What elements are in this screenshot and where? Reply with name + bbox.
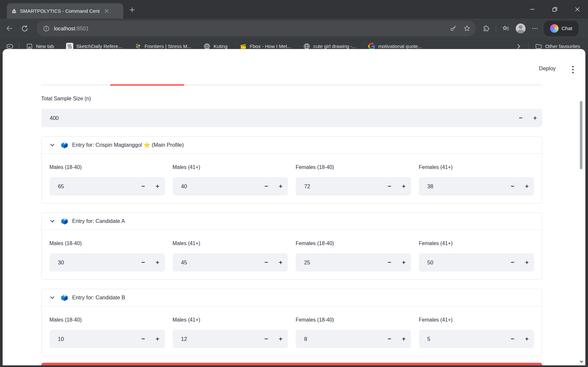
number-value[interactable]: 38 [419, 183, 506, 190]
increment-button[interactable]: + [150, 253, 165, 272]
ballot-box-icon: 🗳️ [61, 294, 68, 301]
increment-button[interactable]: + [273, 330, 288, 348]
copilot-chat-button[interactable]: Chat [544, 21, 579, 36]
increment-button[interactable]: + [273, 253, 288, 272]
number-value[interactable]: 72 [296, 183, 382, 190]
page-scrollbar-thumb[interactable] [580, 101, 582, 169]
expander-header[interactable]: 🗳️ Entry for: Crispin Magtanggol ⭐ (Main… [42, 137, 542, 154]
increment-button[interactable]: + [150, 330, 165, 348]
decrement-button[interactable]: − [259, 330, 273, 348]
bookmark-motivational-quote[interactable]: motivational quote... [368, 43, 422, 50]
number-value[interactable]: 10 [49, 336, 136, 342]
sample-size-value[interactable]: 400 [41, 115, 513, 121]
increment-button[interactable]: + [397, 253, 411, 272]
expander-header[interactable]: 🗳️ Entry for: Candidate B [42, 289, 542, 306]
number-value[interactable]: 12 [173, 336, 259, 342]
refresh-button[interactable] [19, 23, 30, 34]
field-males-18-40: Males (18-40) 65 − + [49, 164, 165, 195]
increment-button[interactable]: + [520, 177, 534, 195]
bookmark-label: cute girl drawing -... [313, 43, 356, 49]
number-input[interactable]: 38 − + [419, 177, 534, 195]
field-males-41plus: Males (41+) 45 − + [173, 241, 288, 272]
field-males-41plus: Males (41+) 12 − + [173, 317, 288, 348]
number-input[interactable]: 25 − + [296, 253, 411, 272]
browser-tab[interactable]: SMARTPOLYTICS - Command Cent [7, 3, 123, 19]
increment-button[interactable]: + [520, 330, 534, 348]
field-females-18-40: Females (18-40) 72 − + [296, 164, 411, 195]
active-tab-indicator[interactable] [110, 84, 184, 86]
number-value[interactable]: 65 [49, 183, 136, 190]
field-label: Females (18-40) [296, 241, 411, 248]
extensions-icon[interactable] [482, 25, 490, 32]
number-input[interactable]: 65 − + [49, 177, 165, 195]
decrement-button[interactable]: − [136, 330, 150, 348]
deploy-button[interactable]: Deploy [539, 65, 556, 72]
number-input[interactable]: 30 − + [49, 253, 165, 272]
decrement-button[interactable]: − [136, 177, 150, 195]
decrement-button[interactable]: − [505, 253, 520, 272]
decrement-button[interactable]: − [259, 253, 273, 272]
bookmark-label: SketchDaily Refere... [76, 43, 122, 49]
increment-button[interactable]: + [528, 109, 542, 127]
expander-candidate-b: 🗳️ Entry for: Candidate B Males (18-40) … [41, 289, 542, 356]
password-key-icon[interactable] [450, 25, 457, 32]
number-input[interactable]: 40 − + [173, 177, 288, 195]
field-males-41plus: Males (41+) 40 − + [173, 164, 288, 195]
field-label: Females (41+) [419, 241, 534, 248]
back-button[interactable] [4, 23, 15, 34]
url-port: :8501 [75, 25, 89, 31]
number-value[interactable]: 40 [173, 183, 259, 190]
profile-avatar[interactable] [516, 24, 526, 33]
number-input[interactable]: 10 − + [49, 330, 165, 348]
browser-menu-icon[interactable] [531, 25, 539, 32]
number-input[interactable]: 45 − + [173, 253, 288, 272]
decrement-button[interactable]: − [136, 253, 150, 272]
increment-button[interactable]: + [150, 177, 165, 195]
expander-header[interactable]: 🗳️ Entry for: Candidate A [42, 213, 542, 230]
number-value[interactable]: 50 [419, 259, 506, 266]
url-text[interactable]: localhost:8501 [54, 25, 450, 32]
number-input[interactable]: 5 − + [419, 330, 534, 348]
copilot-icon [550, 24, 559, 33]
sample-size-input[interactable]: 400 − + [41, 109, 542, 127]
bookmark-label: Kuting [214, 43, 228, 49]
minimize-button[interactable] [525, 2, 540, 17]
field-label: Males (41+) [173, 164, 288, 172]
collections-icon[interactable] [502, 25, 510, 32]
close-window-button[interactable] [570, 2, 585, 17]
decrement-button[interactable]: − [382, 177, 397, 195]
bookmark-label: New tab [36, 43, 54, 49]
increment-button[interactable]: + [273, 177, 288, 195]
scrollbar-down-arrow-icon[interactable] [579, 361, 583, 363]
restore-button[interactable] [547, 2, 562, 17]
address-bar[interactable]: localhost:8501 [37, 21, 476, 36]
increment-button[interactable]: + [520, 253, 534, 272]
number-input[interactable]: 50 − + [419, 253, 534, 272]
number-value[interactable]: 25 [296, 259, 382, 266]
tab-title: SMARTPOLYTICS - Command Cent [20, 8, 102, 14]
new-tab-button[interactable] [127, 5, 137, 15]
field-label: Males (41+) [173, 241, 288, 248]
number-value[interactable]: 45 [173, 259, 259, 266]
decrement-button[interactable]: − [382, 330, 397, 348]
number-value[interactable]: 8 [296, 336, 382, 342]
increment-button[interactable]: + [397, 330, 411, 348]
decrement-button[interactable]: − [505, 330, 520, 348]
site-info-icon[interactable] [43, 25, 49, 32]
decrement-button[interactable]: − [513, 109, 528, 127]
number-value[interactable]: 30 [49, 259, 136, 266]
number-input[interactable]: 8 − + [296, 330, 411, 348]
decrement-button[interactable]: − [259, 177, 273, 195]
field-females-41plus: Females (41+) 50 − + [419, 241, 534, 272]
number-input[interactable]: 72 − + [296, 177, 411, 195]
more-bookmarks-chevron-icon[interactable] [516, 43, 522, 49]
increment-button[interactable]: + [397, 177, 411, 195]
decrement-button[interactable]: − [382, 253, 397, 272]
favorite-star-icon[interactable] [463, 25, 471, 32]
decrement-button[interactable]: − [505, 177, 520, 195]
tab-close-icon[interactable] [102, 7, 111, 15]
number-input[interactable]: 12 − + [173, 330, 288, 348]
app-menu-icon[interactable] [569, 65, 577, 74]
tab-bar-underline [41, 85, 542, 85]
number-value[interactable]: 5 [419, 336, 506, 342]
